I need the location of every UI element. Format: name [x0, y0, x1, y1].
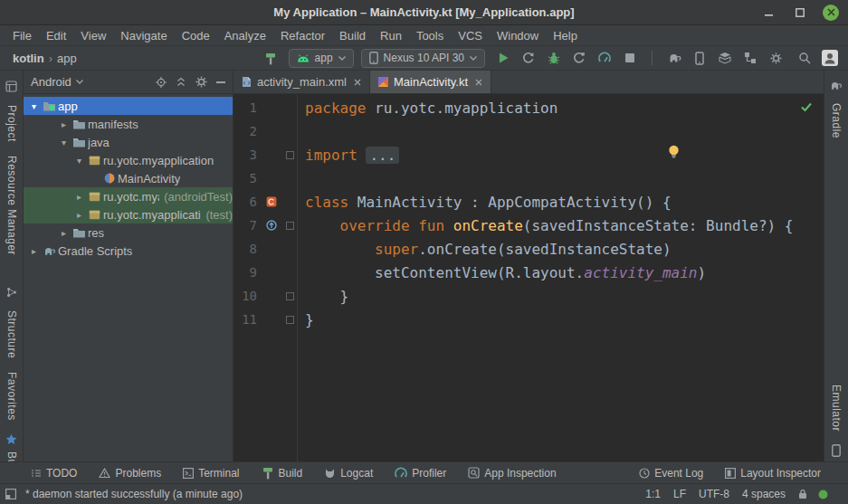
project-structure-button[interactable]: [739, 48, 761, 68]
tool-window-button-event-log[interactable]: Event Log: [639, 467, 703, 480]
search-everywhere-button[interactable]: [794, 48, 815, 68]
build-project-button[interactable]: [260, 48, 281, 68]
tree-item-res[interactable]: ▸res: [24, 223, 233, 242]
project-tool-icon[interactable]: [5, 81, 17, 92]
sdk-manager-button[interactable]: [714, 48, 736, 68]
tool-window-button-todo[interactable]: TODO: [31, 467, 77, 480]
fold-marker-icon[interactable]: [282, 222, 297, 230]
apply-changes-button[interactable]: [518, 48, 539, 68]
avatar[interactable]: [819, 48, 841, 68]
tool-window-project[interactable]: Project: [5, 105, 18, 142]
tool-window-build-variants[interactable]: Build Variants: [5, 452, 18, 461]
menu-analyze[interactable]: Analyze: [217, 27, 273, 44]
code-editor[interactable]: 1package ru.yotc.myapplication23import .…: [233, 94, 824, 461]
menu-edit[interactable]: Edit: [39, 27, 73, 44]
phone-icon: [369, 52, 378, 64]
tree-item-java[interactable]: ▾java: [24, 133, 233, 151]
readonly-lock-icon[interactable]: [798, 489, 807, 499]
status-dot-icon[interactable]: [818, 490, 828, 499]
tool-window-structure[interactable]: Structure: [5, 310, 18, 358]
hide-panel-button[interactable]: [216, 81, 225, 84]
chevron-right-icon[interactable]: ▸: [72, 210, 86, 220]
breadcrumb-project[interactable]: kotlin: [13, 52, 44, 65]
close-button[interactable]: [823, 5, 839, 21]
stop-button[interactable]: [619, 48, 641, 68]
tool-window-button-terminal[interactable]: Terminal: [183, 467, 239, 480]
settings-button[interactable]: [765, 48, 786, 68]
menu-help[interactable]: Help: [546, 27, 585, 44]
menu-navigate[interactable]: Navigate: [113, 27, 174, 44]
chevron-down-icon[interactable]: ▾: [27, 101, 41, 111]
tool-window-button-profiler[interactable]: Profiler: [395, 467, 446, 480]
locate-file-button[interactable]: [156, 77, 167, 88]
menu-run[interactable]: Run: [373, 27, 409, 44]
tool-window-button-problems[interactable]: Problems: [99, 467, 161, 480]
tool-window-button-build[interactable]: Build: [262, 466, 303, 480]
menu-code[interactable]: Code: [175, 27, 217, 44]
tree-item-ru-yotc-myapplication[interactable]: ▾ru.yotc.myapplication: [24, 151, 233, 169]
menu-view[interactable]: View: [73, 27, 113, 44]
toolwindow-toggle-icon[interactable]: [5, 489, 16, 499]
profiler-button[interactable]: [594, 48, 615, 68]
attach-debugger-button[interactable]: [568, 48, 590, 68]
emulator-phone-icon[interactable]: [832, 444, 841, 457]
menu-vcs[interactable]: VCS: [451, 27, 490, 44]
tree-item-manifests[interactable]: ▸manifests: [24, 115, 233, 133]
run-configuration-dropdown[interactable]: app: [289, 49, 354, 68]
chevron-right-icon[interactable]: ▸: [72, 192, 86, 202]
tool-window-button-layout-inspector[interactable]: Layout Inspector: [725, 467, 821, 480]
tree-item-app[interactable]: ▾app: [24, 97, 233, 115]
minimize-button[interactable]: [761, 5, 777, 21]
line-separator[interactable]: LF: [673, 488, 686, 500]
maximize-button[interactable]: [792, 5, 808, 21]
tab-activity-main-xml[interactable]: activity_main.xml: [233, 71, 370, 93]
structure-tool-icon[interactable]: [6, 287, 17, 298]
menu-window[interactable]: Window: [490, 27, 546, 44]
debug-button[interactable]: [543, 48, 565, 68]
close-tab-icon[interactable]: [475, 79, 482, 86]
close-tab-icon[interactable]: [354, 79, 361, 86]
tool-window-emulator[interactable]: Emulator: [830, 385, 843, 432]
chevron-down-icon[interactable]: ▾: [57, 138, 71, 147]
menu-tools[interactable]: Tools: [409, 27, 451, 44]
menu-build[interactable]: Build: [332, 27, 373, 44]
titlebar[interactable]: My Application – MainActivity.kt [My_App…: [0, 0, 848, 25]
tool-window-button-app-inspection[interactable]: App Inspection: [468, 467, 556, 480]
tab-mainactivity-kt[interactable]: MainActivity.kt: [370, 71, 491, 93]
inspections-ok-icon[interactable]: [800, 101, 813, 112]
menu-refactor[interactable]: Refactor: [273, 27, 332, 44]
chevron-right-icon[interactable]: ▸: [57, 119, 71, 129]
device-dropdown[interactable]: Nexus 10 API 30: [361, 49, 485, 68]
intention-bulb-icon[interactable]: [668, 145, 680, 158]
tree-item-ru-yotc-myapplication-test[interactable]: ▸ru.yotc.myapplication(test): [24, 205, 233, 223]
indent-setting[interactable]: 4 spaces: [742, 488, 786, 500]
caret-position[interactable]: 1:1: [645, 488, 661, 500]
gradle-sync-button[interactable]: [663, 48, 685, 68]
favorites-star-icon[interactable]: [5, 433, 17, 445]
chevron-right-icon[interactable]: ▸: [27, 246, 41, 256]
collapse-all-button[interactable]: [176, 77, 186, 88]
project-view-selector[interactable]: Android: [31, 75, 83, 89]
tree-item-mainactivity[interactable]: MainActivity: [24, 169, 233, 187]
chevron-down-icon[interactable]: ▾: [72, 156, 86, 166]
tool-window-gradle[interactable]: Gradle: [830, 103, 843, 138]
build-hammer-icon: [262, 466, 274, 480]
run-button[interactable]: [492, 48, 514, 68]
menu-file[interactable]: File: [5, 27, 39, 44]
tree-item-ru-yotc-myapplication-androidtest[interactable]: ▸ru.yotc.myapplication(androidTest): [24, 187, 233, 205]
fold-marker-icon[interactable]: [282, 151, 297, 159]
fold-marker-icon[interactable]: [282, 316, 297, 324]
tool-window-button-logcat[interactable]: Logcat: [324, 467, 373, 480]
gradle-icon[interactable]: [830, 81, 843, 90]
breadcrumb-module[interactable]: app: [57, 52, 77, 65]
tool-window-resource-manager[interactable]: Resource Manager: [5, 156, 18, 255]
chevron-right-icon[interactable]: ▸: [57, 228, 71, 238]
file-encoding[interactable]: UTF-8: [699, 488, 729, 500]
tree-item-gradle-scripts[interactable]: ▸Gradle Scripts: [24, 242, 233, 260]
project-settings-button[interactable]: [195, 76, 207, 88]
class-marker-icon[interactable]: [261, 196, 282, 207]
fold-marker-icon[interactable]: [282, 292, 297, 300]
override-marker-icon[interactable]: [261, 220, 282, 231]
tool-window-favorites[interactable]: Favorites: [5, 372, 18, 421]
avd-manager-button[interactable]: [689, 48, 710, 68]
